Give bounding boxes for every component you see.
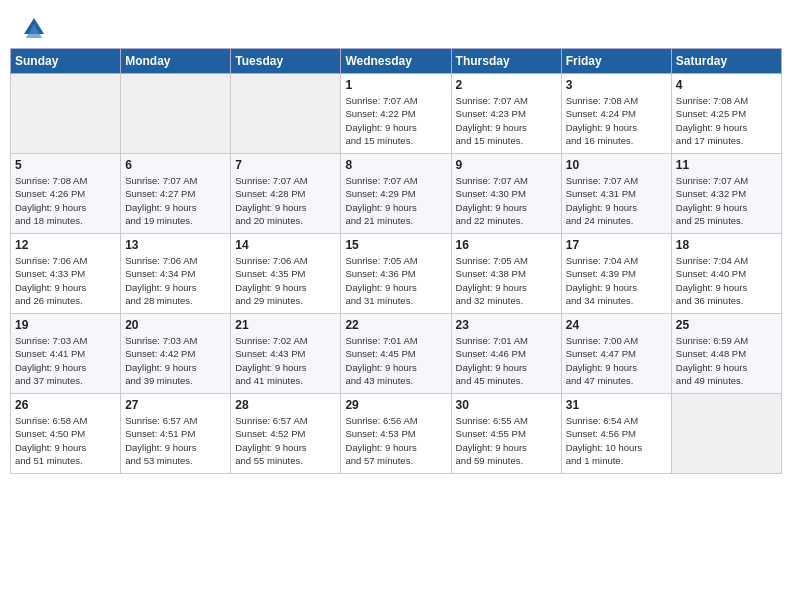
- dow-header-wednesday: Wednesday: [341, 49, 451, 74]
- day-number: 9: [456, 158, 557, 172]
- day-number: 21: [235, 318, 336, 332]
- day-info: Sunrise: 7:05 AM Sunset: 4:38 PM Dayligh…: [456, 254, 557, 307]
- day-number: 2: [456, 78, 557, 92]
- calendar-cell: [231, 74, 341, 154]
- calendar-cell: 25Sunrise: 6:59 AM Sunset: 4:48 PM Dayli…: [671, 314, 781, 394]
- calendar-cell: 10Sunrise: 7:07 AM Sunset: 4:31 PM Dayli…: [561, 154, 671, 234]
- day-info: Sunrise: 7:06 AM Sunset: 4:34 PM Dayligh…: [125, 254, 226, 307]
- day-number: 14: [235, 238, 336, 252]
- day-number: 29: [345, 398, 446, 412]
- day-info: Sunrise: 7:07 AM Sunset: 4:29 PM Dayligh…: [345, 174, 446, 227]
- calendar-cell: 27Sunrise: 6:57 AM Sunset: 4:51 PM Dayli…: [121, 394, 231, 474]
- dow-header-monday: Monday: [121, 49, 231, 74]
- day-number: 16: [456, 238, 557, 252]
- dow-header-tuesday: Tuesday: [231, 49, 341, 74]
- day-info: Sunrise: 7:07 AM Sunset: 4:23 PM Dayligh…: [456, 94, 557, 147]
- day-info: Sunrise: 7:08 AM Sunset: 4:25 PM Dayligh…: [676, 94, 777, 147]
- day-info: Sunrise: 6:58 AM Sunset: 4:50 PM Dayligh…: [15, 414, 116, 467]
- day-info: Sunrise: 7:06 AM Sunset: 4:33 PM Dayligh…: [15, 254, 116, 307]
- day-info: Sunrise: 7:04 AM Sunset: 4:39 PM Dayligh…: [566, 254, 667, 307]
- calendar-cell: 1Sunrise: 7:07 AM Sunset: 4:22 PM Daylig…: [341, 74, 451, 154]
- calendar-cell: 28Sunrise: 6:57 AM Sunset: 4:52 PM Dayli…: [231, 394, 341, 474]
- day-number: 19: [15, 318, 116, 332]
- day-number: 11: [676, 158, 777, 172]
- day-info: Sunrise: 7:07 AM Sunset: 4:32 PM Dayligh…: [676, 174, 777, 227]
- calendar-cell: 9Sunrise: 7:07 AM Sunset: 4:30 PM Daylig…: [451, 154, 561, 234]
- day-number: 7: [235, 158, 336, 172]
- calendar-cell: 31Sunrise: 6:54 AM Sunset: 4:56 PM Dayli…: [561, 394, 671, 474]
- dow-header-thursday: Thursday: [451, 49, 561, 74]
- day-number: 6: [125, 158, 226, 172]
- day-info: Sunrise: 7:08 AM Sunset: 4:24 PM Dayligh…: [566, 94, 667, 147]
- logo: [20, 14, 52, 42]
- page: SundayMondayTuesdayWednesdayThursdayFrid…: [0, 0, 792, 612]
- calendar-cell: 12Sunrise: 7:06 AM Sunset: 4:33 PM Dayli…: [11, 234, 121, 314]
- day-info: Sunrise: 7:07 AM Sunset: 4:22 PM Dayligh…: [345, 94, 446, 147]
- day-info: Sunrise: 7:03 AM Sunset: 4:42 PM Dayligh…: [125, 334, 226, 387]
- day-number: 3: [566, 78, 667, 92]
- day-info: Sunrise: 7:07 AM Sunset: 4:30 PM Dayligh…: [456, 174, 557, 227]
- day-info: Sunrise: 6:57 AM Sunset: 4:52 PM Dayligh…: [235, 414, 336, 467]
- day-info: Sunrise: 7:02 AM Sunset: 4:43 PM Dayligh…: [235, 334, 336, 387]
- dow-header-sunday: Sunday: [11, 49, 121, 74]
- day-number: 22: [345, 318, 446, 332]
- day-number: 18: [676, 238, 777, 252]
- day-number: 5: [15, 158, 116, 172]
- day-number: 8: [345, 158, 446, 172]
- day-number: 10: [566, 158, 667, 172]
- day-number: 24: [566, 318, 667, 332]
- day-info: Sunrise: 7:07 AM Sunset: 4:31 PM Dayligh…: [566, 174, 667, 227]
- day-number: 15: [345, 238, 446, 252]
- day-number: 26: [15, 398, 116, 412]
- calendar-cell: 7Sunrise: 7:07 AM Sunset: 4:28 PM Daylig…: [231, 154, 341, 234]
- day-number: 4: [676, 78, 777, 92]
- calendar-cell: 23Sunrise: 7:01 AM Sunset: 4:46 PM Dayli…: [451, 314, 561, 394]
- day-info: Sunrise: 6:54 AM Sunset: 4:56 PM Dayligh…: [566, 414, 667, 467]
- day-number: 17: [566, 238, 667, 252]
- day-info: Sunrise: 7:01 AM Sunset: 4:45 PM Dayligh…: [345, 334, 446, 387]
- calendar-cell: 17Sunrise: 7:04 AM Sunset: 4:39 PM Dayli…: [561, 234, 671, 314]
- calendar-cell: 22Sunrise: 7:01 AM Sunset: 4:45 PM Dayli…: [341, 314, 451, 394]
- day-info: Sunrise: 7:06 AM Sunset: 4:35 PM Dayligh…: [235, 254, 336, 307]
- calendar-cell: 6Sunrise: 7:07 AM Sunset: 4:27 PM Daylig…: [121, 154, 231, 234]
- calendar-cell: 8Sunrise: 7:07 AM Sunset: 4:29 PM Daylig…: [341, 154, 451, 234]
- calendar-cell: [671, 394, 781, 474]
- calendar-cell: 3Sunrise: 7:08 AM Sunset: 4:24 PM Daylig…: [561, 74, 671, 154]
- calendar-cell: 4Sunrise: 7:08 AM Sunset: 4:25 PM Daylig…: [671, 74, 781, 154]
- day-number: 27: [125, 398, 226, 412]
- day-number: 23: [456, 318, 557, 332]
- calendar-cell: 20Sunrise: 7:03 AM Sunset: 4:42 PM Dayli…: [121, 314, 231, 394]
- day-info: Sunrise: 7:07 AM Sunset: 4:28 PM Dayligh…: [235, 174, 336, 227]
- calendar-cell: 30Sunrise: 6:55 AM Sunset: 4:55 PM Dayli…: [451, 394, 561, 474]
- calendar-cell: 11Sunrise: 7:07 AM Sunset: 4:32 PM Dayli…: [671, 154, 781, 234]
- day-info: Sunrise: 7:08 AM Sunset: 4:26 PM Dayligh…: [15, 174, 116, 227]
- day-number: 20: [125, 318, 226, 332]
- calendar-cell: 16Sunrise: 7:05 AM Sunset: 4:38 PM Dayli…: [451, 234, 561, 314]
- day-info: Sunrise: 6:55 AM Sunset: 4:55 PM Dayligh…: [456, 414, 557, 467]
- day-info: Sunrise: 6:57 AM Sunset: 4:51 PM Dayligh…: [125, 414, 226, 467]
- calendar-cell: 18Sunrise: 7:04 AM Sunset: 4:40 PM Dayli…: [671, 234, 781, 314]
- calendar-cell: 5Sunrise: 7:08 AM Sunset: 4:26 PM Daylig…: [11, 154, 121, 234]
- calendar-cell: 2Sunrise: 7:07 AM Sunset: 4:23 PM Daylig…: [451, 74, 561, 154]
- calendar-cell: 15Sunrise: 7:05 AM Sunset: 4:36 PM Dayli…: [341, 234, 451, 314]
- day-info: Sunrise: 6:56 AM Sunset: 4:53 PM Dayligh…: [345, 414, 446, 467]
- calendar-table: SundayMondayTuesdayWednesdayThursdayFrid…: [10, 48, 782, 474]
- calendar-cell: 13Sunrise: 7:06 AM Sunset: 4:34 PM Dayli…: [121, 234, 231, 314]
- day-info: Sunrise: 7:04 AM Sunset: 4:40 PM Dayligh…: [676, 254, 777, 307]
- calendar-cell: [121, 74, 231, 154]
- day-info: Sunrise: 7:01 AM Sunset: 4:46 PM Dayligh…: [456, 334, 557, 387]
- day-number: 28: [235, 398, 336, 412]
- day-number: 13: [125, 238, 226, 252]
- header: [0, 0, 792, 48]
- day-number: 31: [566, 398, 667, 412]
- day-number: 30: [456, 398, 557, 412]
- dow-header-saturday: Saturday: [671, 49, 781, 74]
- calendar-cell: 29Sunrise: 6:56 AM Sunset: 4:53 PM Dayli…: [341, 394, 451, 474]
- day-number: 12: [15, 238, 116, 252]
- day-number: 25: [676, 318, 777, 332]
- day-info: Sunrise: 7:05 AM Sunset: 4:36 PM Dayligh…: [345, 254, 446, 307]
- dow-header-friday: Friday: [561, 49, 671, 74]
- logo-icon: [20, 14, 48, 42]
- calendar-cell: 24Sunrise: 7:00 AM Sunset: 4:47 PM Dayli…: [561, 314, 671, 394]
- day-info: Sunrise: 6:59 AM Sunset: 4:48 PM Dayligh…: [676, 334, 777, 387]
